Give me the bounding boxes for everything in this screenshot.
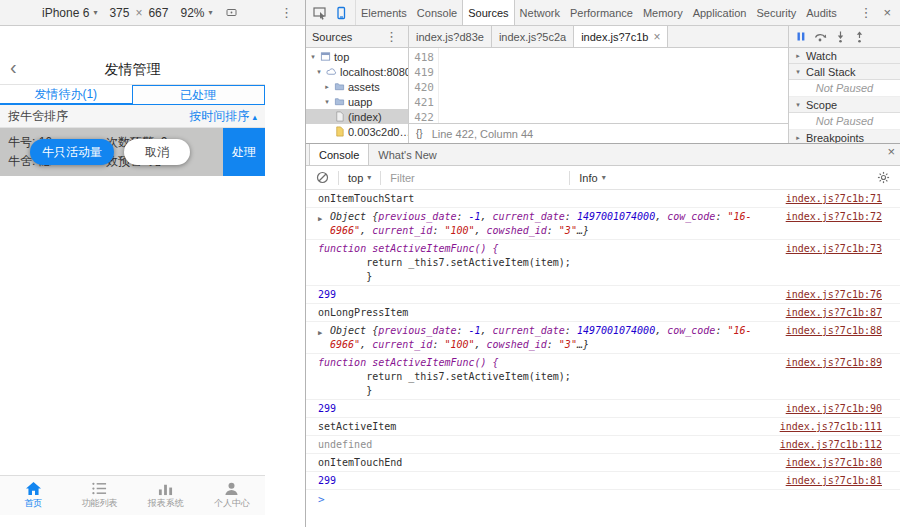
line-number-gutter: 418 419 420 421 422: [409, 48, 439, 123]
tab-audits[interactable]: Audits: [801, 0, 842, 25]
tree-item-assets[interactable]: ▸ assets: [306, 79, 408, 94]
source-link[interactable]: index.js?7c1b:111: [780, 420, 882, 434]
back-icon[interactable]: ‹: [10, 56, 17, 79]
source-link[interactable]: index.js?7c1b:87: [786, 306, 882, 320]
expand-caret-icon[interactable]: ▶: [318, 324, 330, 340]
source-link[interactable]: index.js?7c1b:81: [786, 474, 882, 488]
tab-whats-new[interactable]: What's New: [369, 144, 445, 165]
tree-caret-icon[interactable]: ▾: [315, 68, 323, 76]
tree-item-chunk[interactable]: 0.003c2d0…: [306, 124, 408, 139]
console-tab-bar: Console What's New ×: [306, 144, 900, 166]
process-button[interactable]: 处理: [223, 128, 265, 176]
tree-caret-icon[interactable]: ▸: [323, 83, 331, 91]
editor-tab-active[interactable]: index.js?7c1b ×: [574, 26, 668, 47]
tab-processed[interactable]: 已处理: [132, 85, 266, 105]
file-icon: [334, 111, 345, 122]
tree-item-index[interactable]: (index): [306, 109, 408, 124]
line-number[interactable]: 419: [409, 65, 434, 80]
line-number[interactable]: 422: [409, 110, 434, 123]
tab-estrus-todo[interactable]: 发情待办(1): [0, 85, 132, 105]
context-selector[interactable]: top ▾: [348, 172, 371, 184]
estrus-list-item[interactable]: 牛号: 16 次数预警: 0 牛舍: 隐 效预警: 无: 牛只活动量 取消 处理: [0, 128, 265, 176]
source-link[interactable]: index.js?7c1b:112: [780, 438, 882, 452]
source-link[interactable]: index.js?7c1b:72: [786, 210, 882, 224]
section-call-stack[interactable]: ▾ Call Stack: [789, 64, 900, 80]
step-into-icon[interactable]: [835, 31, 846, 43]
viewport-height[interactable]: 667: [148, 6, 168, 20]
source-link[interactable]: index.js?7c1b:73: [786, 242, 882, 256]
sort-by-time[interactable]: 按时间排序 ▴: [189, 108, 257, 125]
console-message: index.js?7c1b:81299: [306, 471, 900, 489]
tab-memory[interactable]: Memory: [638, 0, 688, 25]
console-prompt[interactable]: >: [306, 489, 900, 510]
tab-performance[interactable]: Performance: [565, 0, 638, 25]
source-link[interactable]: index.js?7c1b:71: [786, 192, 882, 206]
cancel-button[interactable]: 取消: [124, 139, 190, 165]
close-drawer-icon[interactable]: ×: [882, 144, 900, 165]
zoom-select[interactable]: 92% ▾: [180, 6, 212, 20]
navigator-menu-icon[interactable]: ⋮: [381, 29, 402, 44]
code-lines[interactable]: // WEBPACK FOOTER // // src/container/es…: [439, 48, 731, 123]
expand-caret-icon[interactable]: ▶: [318, 210, 330, 226]
source-link[interactable]: index.js?7c1b:89: [786, 356, 882, 370]
console-filter-input[interactable]: [390, 172, 560, 184]
page-title: 发情管理: [105, 61, 161, 79]
section-watch[interactable]: ▸ Watch: [789, 48, 900, 64]
frame-icon: [320, 51, 331, 62]
tree-item-uapp[interactable]: ▾ uapp: [306, 94, 408, 109]
close-icon[interactable]: ×: [653, 30, 660, 44]
line-number[interactable]: 418: [409, 50, 434, 65]
viewport-width[interactable]: 375: [109, 6, 129, 20]
tab-feature-list[interactable]: 功能列表: [66, 476, 132, 515]
source-link[interactable]: index.js?7c1b:88: [786, 324, 882, 338]
line-number[interactable]: 421: [409, 95, 434, 110]
editor-tab[interactable]: index.js?5c2a: [492, 26, 574, 47]
source-link[interactable]: index.js?7c1b:80: [786, 456, 882, 470]
file-navigator: Sources ⋮ ▾ top ▾ localhost:8080: [306, 26, 409, 143]
tab-application[interactable]: Application: [688, 0, 752, 25]
step-over-icon[interactable]: [814, 31, 827, 43]
tree-caret-icon[interactable]: ▾: [309, 53, 317, 61]
tree-caret-icon[interactable]: ▾: [323, 98, 331, 106]
tab-elements[interactable]: Elements: [356, 0, 412, 25]
pretty-print-icon[interactable]: {}: [416, 128, 423, 139]
tab-console-drawer[interactable]: Console: [309, 144, 369, 165]
section-breakpoints[interactable]: ▸ Breakpoints: [789, 130, 900, 143]
device-toolbar-menu-icon[interactable]: ⋮: [276, 5, 297, 20]
log-level-selector[interactable]: Info ▾: [579, 172, 605, 184]
device-select[interactable]: iPhone 6 ▾: [42, 6, 97, 20]
tab-console[interactable]: Console: [412, 0, 462, 25]
device-toolbar-toggle-icon[interactable]: [334, 6, 348, 20]
devtools-menu-icon[interactable]: ⋮: [855, 5, 876, 20]
line-number[interactable]: 420: [409, 80, 434, 95]
source-link[interactable]: index.js?7c1b:90: [786, 402, 882, 416]
app-header: ‹ 发情管理: [0, 55, 265, 85]
tab-profile[interactable]: 个人中心: [199, 476, 265, 515]
rotate-icon[interactable]: [225, 6, 238, 19]
sort-by-cowshed[interactable]: 按牛舍排序: [8, 108, 68, 125]
tab-sources[interactable]: Sources: [462, 0, 514, 25]
editor-tab[interactable]: index.js?d83e: [409, 26, 492, 47]
console-settings-gear-icon[interactable]: [877, 171, 890, 184]
inspect-element-icon[interactable]: [313, 6, 327, 20]
device-emulation-panel: iPhone 6 ▾ 375 × 667 92% ▾ ⋮ ‹ 发情管理: [0, 0, 305, 527]
tab-home[interactable]: 首页: [0, 476, 66, 515]
tab-network[interactable]: Network: [515, 0, 565, 25]
message-text: onItemTouchEnd: [318, 457, 402, 468]
navigator-title[interactable]: Sources: [312, 31, 352, 43]
cow-activity-button[interactable]: 牛只活动量: [30, 139, 114, 165]
section-label: Call Stack: [806, 66, 856, 78]
console-message: ▶ index.js?7c1b:72Object {previous_date:…: [306, 207, 900, 239]
source-link[interactable]: index.js?7c1b:76: [786, 288, 882, 302]
tree-item-top[interactable]: ▾ top: [306, 49, 408, 64]
tab-security[interactable]: Security: [751, 0, 801, 25]
pause-icon[interactable]: [796, 31, 806, 42]
devtools-close-icon[interactable]: ×: [878, 5, 896, 20]
section-scope[interactable]: ▾ Scope: [789, 97, 900, 113]
step-out-icon[interactable]: [854, 31, 865, 43]
emulated-app: ‹ 发情管理 发情待办(1) 已处理 按牛舍排序 按时间排序 ▴ 牛号: 16 …: [0, 55, 265, 515]
tree-item-label: 0.003c2d0…: [348, 126, 408, 138]
tab-report-system[interactable]: 报表系统: [133, 476, 199, 515]
clear-console-icon[interactable]: [316, 171, 329, 184]
tree-item-localhost[interactable]: ▾ localhost:8080: [306, 64, 408, 79]
